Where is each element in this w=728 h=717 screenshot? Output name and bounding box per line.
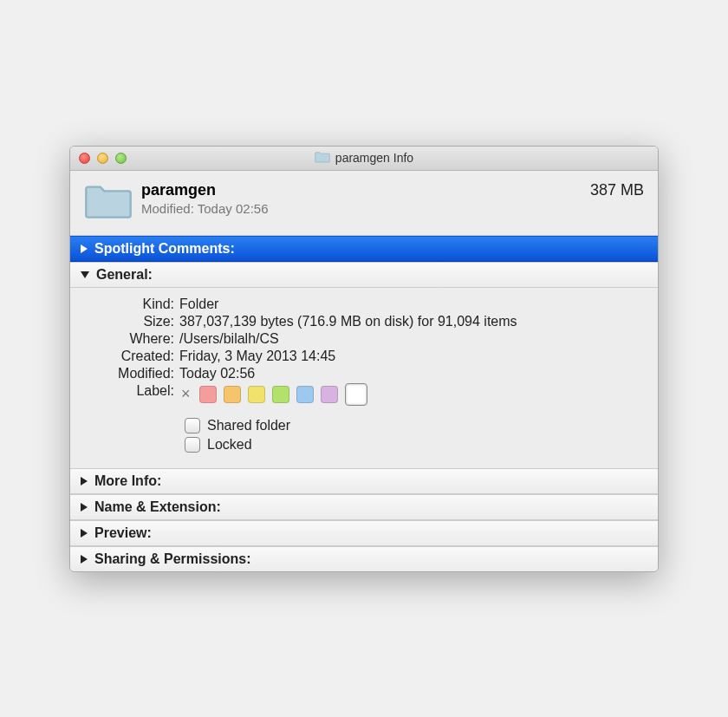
locked-checkbox[interactable] (185, 437, 200, 453)
folder-icon (84, 181, 133, 225)
created-value: Friday, 3 May 2013 14:45 (179, 349, 644, 364)
file-name: paramgen (141, 181, 590, 199)
label-label: Label: (84, 383, 179, 399)
minimize-button[interactable] (97, 153, 108, 164)
locked-row: Locked (84, 437, 644, 453)
file-modified: Modified: Today 02:56 (141, 201, 590, 216)
traffic-lights (79, 153, 127, 164)
size-label: Size: (84, 314, 179, 329)
info-window: paramgen Info paramgen Modified: Today 0… (69, 146, 659, 572)
label-clear-icon[interactable]: × (179, 385, 192, 403)
disclosure-right-icon (81, 244, 88, 253)
where-row: Where: /Users/bilalh/CS (84, 331, 644, 347)
file-size: 387 MB (590, 181, 644, 199)
label-orange[interactable] (224, 386, 241, 403)
where-value: /Users/bilalh/CS (179, 331, 644, 347)
label-yellow[interactable] (248, 386, 265, 403)
disclosure-right-icon (81, 477, 88, 486)
window-title-text: paramgen Info (335, 151, 413, 165)
disclosure-right-icon (81, 529, 88, 538)
kind-label: Kind: (84, 297, 179, 312)
window-title: paramgen Info (315, 151, 413, 166)
locked-label: Locked (207, 437, 252, 453)
disclosure-right-icon (81, 555, 88, 564)
folder-icon (315, 151, 330, 166)
section-label: Sharing & Permissions: (94, 551, 251, 567)
where-label: Where: (84, 331, 179, 347)
general-section-body: Kind: Folder Size: 387,037,139 bytes (71… (70, 288, 658, 468)
section-header-moreinfo[interactable]: More Info: (70, 468, 658, 494)
size-value: 387,037,139 bytes (716.9 MB on disk) for… (179, 314, 644, 329)
section-header-nameext[interactable]: Name & Extension: (70, 494, 658, 520)
section-header-general[interactable]: General: (70, 262, 658, 288)
label-red[interactable] (199, 386, 217, 403)
modified-value: Today 02:56 (179, 366, 644, 381)
kind-value: Folder (179, 297, 644, 312)
disclosure-right-icon (81, 503, 88, 512)
size-row: Size: 387,037,139 bytes (716.9 MB on dis… (84, 314, 644, 329)
file-header: paramgen Modified: Today 02:56 387 MB (70, 171, 658, 236)
section-header-sharing[interactable]: Sharing & Permissions: (70, 546, 658, 571)
zoom-button[interactable] (115, 153, 127, 164)
shared-folder-checkbox[interactable] (185, 418, 200, 433)
section-label: Name & Extension: (94, 499, 221, 515)
modified-label: Modified: (84, 366, 179, 381)
disclosure-down-icon (81, 271, 89, 278)
close-button[interactable] (79, 153, 90, 164)
label-green[interactable] (272, 386, 289, 403)
kind-row: Kind: Folder (84, 297, 644, 312)
shared-folder-row: Shared folder (84, 418, 644, 433)
modified-row: Modified: Today 02:56 (84, 366, 644, 381)
label-none-selected[interactable] (345, 383, 367, 406)
section-header-preview[interactable]: Preview: (70, 520, 658, 546)
section-label: General: (96, 267, 153, 283)
label-purple[interactable] (321, 386, 338, 403)
label-blue[interactable] (296, 386, 314, 403)
section-label: Spotlight Comments: (94, 241, 235, 257)
titlebar[interactable]: paramgen Info (70, 147, 658, 171)
section-label: Preview: (94, 525, 152, 541)
section-label: More Info: (94, 473, 161, 489)
section-header-spotlight[interactable]: Spotlight Comments: (70, 236, 658, 262)
created-row: Created: Friday, 3 May 2013 14:45 (84, 349, 644, 364)
label-row: Label: × (84, 383, 644, 406)
shared-folder-label: Shared folder (207, 418, 290, 433)
created-label: Created: (84, 349, 179, 364)
